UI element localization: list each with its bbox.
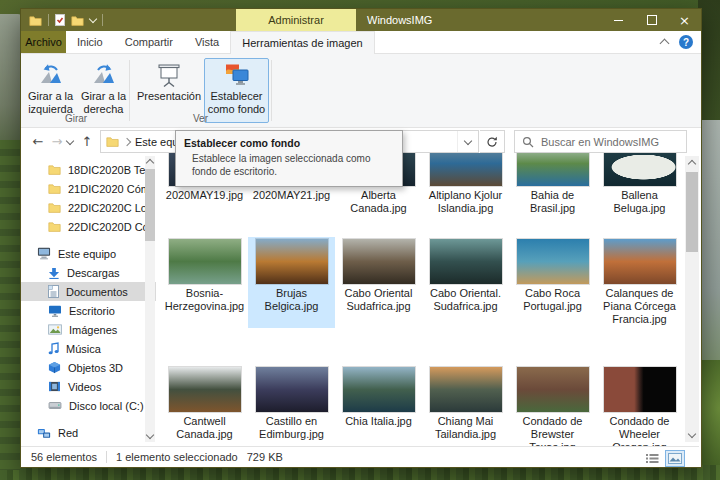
up-button[interactable]: ↑ xyxy=(78,134,96,149)
file-item[interactable]: Calanques de Piana Córcega Francia.jpg xyxy=(596,237,683,328)
status-divider xyxy=(106,451,107,463)
ribbon: Girar a la izquierda Girar a la derecha … xyxy=(21,54,701,128)
sidebar-item[interactable]: Descargas xyxy=(21,263,156,282)
sidebar-item[interactable]: 21DIC2020 Cóm xyxy=(21,179,156,198)
objects-3d-icon xyxy=(48,361,61,374)
sidebar-item[interactable]: Escritorio xyxy=(21,301,156,320)
file-label: Cabo Oriental. Sudafrica.jpg xyxy=(425,287,507,313)
properties-icon[interactable] xyxy=(55,14,65,26)
sidebar-item-label: Red xyxy=(58,427,78,439)
sidebar-item[interactable]: Este equipo xyxy=(21,244,156,263)
sidebar-item[interactable]: 22DIC2020D Cór xyxy=(21,217,156,236)
forward-button[interactable]: → xyxy=(48,134,66,149)
title-bar[interactable]: Administrar WindowsIMG × xyxy=(21,9,701,31)
folder-icon[interactable] xyxy=(29,15,42,26)
tooltip: Establecer como fondo Establece la image… xyxy=(175,130,403,187)
sidebar-item[interactable]: Música xyxy=(21,339,156,358)
ribbon-tabs: InicioCompartirVista xyxy=(66,31,230,53)
file-thumbnail xyxy=(604,153,676,186)
main-content: 18DIC2020B Te e21DIC2020 Cóm22DIC2020C L… xyxy=(21,153,699,446)
file-item[interactable]: Cabo Roca Portugal.jpg xyxy=(509,237,596,328)
tooltip-body: Establece la imagen seleccionada como fo… xyxy=(176,152,402,186)
scrollbar-thumb[interactable] xyxy=(686,172,698,252)
details-view-button[interactable] xyxy=(642,450,662,467)
ribbon-tab-strip: Archivo InicioCompartirVista Herramienta… xyxy=(21,31,701,54)
tab-herramientas-de-imagen[interactable]: Herramientas de imagen xyxy=(230,31,374,54)
sidebar-item-label: Objetos 3D xyxy=(68,362,123,374)
sidebar-item-label: 18DIC2020B Te e xyxy=(68,164,155,176)
file-list-scrollbar[interactable] xyxy=(685,156,699,442)
tab-archivo[interactable]: Archivo xyxy=(21,31,66,53)
status-bar: 56 elementos 1 elemento seleccionado 729… xyxy=(21,446,699,467)
file-item[interactable]: Bahia de Brasil.jpg xyxy=(509,153,596,217)
sidebar-item[interactable]: Objetos 3D xyxy=(21,358,156,377)
sidebar-item-label: 22DIC2020C Los xyxy=(68,202,152,214)
sidebar-item[interactable]: Imágenes xyxy=(21,320,156,339)
search-input[interactable] xyxy=(539,135,671,149)
file-label: 2020MAY21.jpg xyxy=(253,189,330,202)
file-item[interactable]: Bosnia-Herzegovina.jpg xyxy=(161,237,248,328)
customize-toolbar-chevron-icon[interactable] xyxy=(89,15,97,23)
file-item[interactable]: Cantwell Canada.jpg xyxy=(161,365,248,446)
new-folder-icon[interactable] xyxy=(71,15,84,26)
folder-icon xyxy=(106,136,119,147)
sidebar-item[interactable]: 18DIC2020B Te e xyxy=(21,160,156,179)
recent-locations-chevron-icon[interactable] xyxy=(66,136,74,144)
close-button[interactable]: × xyxy=(668,9,701,31)
file-label: Bahia de Brasil.jpg xyxy=(512,189,594,215)
sidebar-item-label: Videos xyxy=(68,381,101,393)
sidebar-item[interactable]: Red xyxy=(21,423,156,442)
desktop-background: Administrar WindowsIMG × Archivo InicioC… xyxy=(0,0,720,480)
address-dropdown-button[interactable] xyxy=(457,131,478,152)
scroll-down-icon[interactable] xyxy=(688,430,696,438)
file-item[interactable]: Cabo Oriental. Sudafrica.jpg xyxy=(422,237,509,328)
file-item[interactable]: Chiang Mai Tailandia.jpg xyxy=(422,365,509,446)
file-item[interactable]: Altiplano Kjolur Islandia.jpg xyxy=(422,153,509,217)
thumbnail-view-button[interactable] xyxy=(665,450,685,467)
music-icon xyxy=(48,342,59,355)
sidebar-item[interactable]: 22DIC2020C Los xyxy=(21,198,156,217)
file-label: 2020MAY19.jpg xyxy=(166,189,243,202)
maximize-button[interactable] xyxy=(635,9,668,31)
file-item[interactable]: Ballena Beluga.jpg xyxy=(596,153,683,217)
back-button[interactable]: ← xyxy=(29,134,47,149)
minimize-button[interactable] xyxy=(602,9,635,31)
file-item[interactable]: Castillo en Edimburg.jpg xyxy=(248,365,335,446)
tab-inicio[interactable]: Inicio xyxy=(66,31,114,53)
scroll-up-icon[interactable] xyxy=(146,159,154,167)
items-count: 56 elementos xyxy=(31,451,97,463)
collapse-ribbon-icon[interactable] xyxy=(660,39,670,49)
contextual-tab-administrar[interactable]: Administrar xyxy=(236,9,356,31)
file-thumbnail xyxy=(256,239,328,284)
quick-access-toolbar xyxy=(21,14,103,26)
sidebar-item[interactable]: Disco local (C:) xyxy=(21,396,156,415)
file-item[interactable]: Cabo Oriental Sudafrica.jpg xyxy=(335,237,422,328)
close-icon: × xyxy=(679,14,690,27)
sidebar-scrollbar[interactable] xyxy=(145,156,155,442)
file-item[interactable]: Condado de Wheeler Oregon.jpg xyxy=(596,365,683,446)
file-item[interactable]: Brujas Belgica.jpg xyxy=(248,237,335,328)
drive-icon xyxy=(48,400,62,411)
help-icon[interactable]: ? xyxy=(679,35,693,49)
scroll-down-icon[interactable] xyxy=(146,431,154,439)
button-label: Presentación xyxy=(137,90,201,103)
scroll-up-icon[interactable] xyxy=(688,160,696,168)
scrollbar-thumb[interactable] xyxy=(145,169,155,241)
this-pc-icon xyxy=(37,247,51,260)
file-thumbnail xyxy=(430,367,502,412)
file-thumbnail xyxy=(256,367,328,412)
file-item[interactable]: Condado de Brewster Texas.jpg xyxy=(509,365,596,446)
refresh-button[interactable] xyxy=(480,130,505,153)
window-title: WindowsIMG xyxy=(367,9,432,31)
selection-size: 729 KB xyxy=(247,451,283,463)
selection-count: 1 elemento seleccionado xyxy=(116,451,238,463)
tab-vista[interactable]: Vista xyxy=(184,31,230,53)
sidebar-item[interactable]: Videos xyxy=(21,377,156,396)
sidebar-item[interactable]: Documentos xyxy=(21,282,156,301)
file-thumbnail xyxy=(343,367,415,412)
breadcrumb-path[interactable]: Este equi xyxy=(135,136,181,148)
tab-compartir[interactable]: Compartir xyxy=(114,31,184,53)
file-item[interactable]: Chia Italia.jpg xyxy=(335,365,422,446)
toolbar-separator xyxy=(102,14,103,26)
search-box[interactable] xyxy=(514,130,687,153)
